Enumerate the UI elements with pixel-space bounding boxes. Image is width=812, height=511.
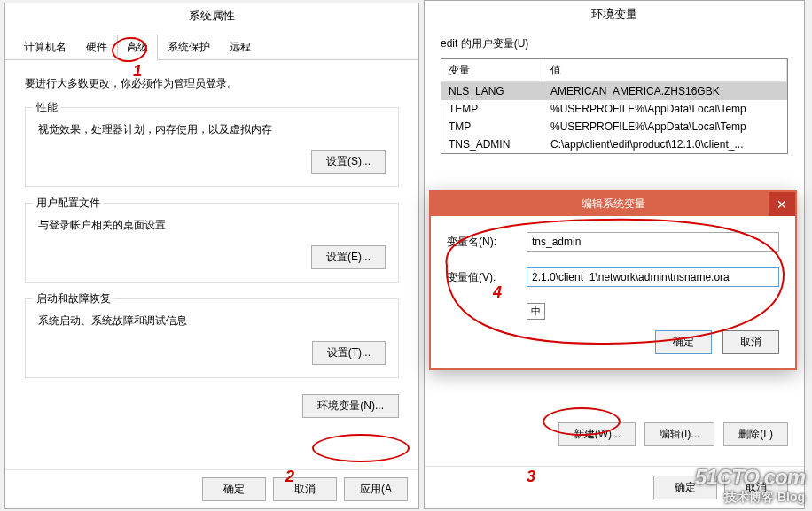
user-profile-group: 用户配置文件 与登录帐户相关的桌面设置 设置(E)... xyxy=(25,203,399,283)
table-header: 变量 值 xyxy=(441,59,787,82)
edit-ok-button[interactable]: 确定 xyxy=(655,330,712,354)
sysprop-footer: 确定 取消 应用(A xyxy=(5,469,418,508)
cell-name: TEMP xyxy=(441,100,543,118)
new-button[interactable]: 新建(W)... xyxy=(558,422,636,446)
admin-note: 要进行大多数更改，你必须作为管理员登录。 xyxy=(25,76,399,91)
edit-system-variable-dialog: 编辑系统变量 ✕ 变量名(N): 变量值(V): 中 确定 取消 xyxy=(429,190,797,370)
cell-name: TNS_ADMIN xyxy=(441,135,543,153)
edit-button[interactable]: 编辑(I)... xyxy=(644,422,714,446)
user-vars-label: edit 的用户变量(U) xyxy=(425,26,804,58)
userprof-settings-button[interactable]: 设置(E)... xyxy=(311,245,386,269)
perf-settings-button[interactable]: 设置(S)... xyxy=(311,150,386,174)
edit-footer: 确定 取消 xyxy=(431,330,795,368)
performance-group: 性能 视觉效果，处理器计划，内存使用，以及虚拟内存 设置(S)... xyxy=(25,107,399,187)
sysprop-apply-button[interactable]: 应用(A xyxy=(344,477,408,501)
tab-hardware[interactable]: 硬件 xyxy=(76,35,117,59)
header-value: 值 xyxy=(543,59,787,81)
userprof-title: 用户配置文件 xyxy=(33,196,104,211)
tab-advanced[interactable]: 高级 xyxy=(117,35,158,60)
sysprop-title: 系统属性 xyxy=(5,3,418,27)
sysprop-ok-button[interactable]: 确定 xyxy=(202,477,266,501)
cell-value: %USERPROFILE%\AppData\Local\Temp xyxy=(543,100,787,118)
env-variables-button[interactable]: 环境变量(N)... xyxy=(302,394,399,418)
var-value-label: 变量值(V): xyxy=(447,270,527,285)
table-row[interactable]: TEMP%USERPROFILE%\AppData\Local\Temp xyxy=(441,100,787,118)
startup-title: 启动和故障恢复 xyxy=(33,291,114,306)
perf-desc: 视觉效果，处理器计划，内存使用，以及虚拟内存 xyxy=(38,122,386,137)
edit-modal-title: 编辑系统变量 xyxy=(582,197,645,212)
envvar-title: 环境变量 xyxy=(425,1,804,26)
close-icon[interactable]: ✕ xyxy=(769,192,795,216)
user-var-rows: NLS_LANGAMERICAN_AMERICA.ZHS16GBKTEMP%US… xyxy=(441,82,787,153)
var-name-input[interactable] xyxy=(527,232,779,252)
cell-value: AMERICAN_AMERICA.ZHS16GBK xyxy=(543,82,787,100)
tab-computer-name[interactable]: 计算机名 xyxy=(14,35,76,59)
watermark: 51CTO.com 技术博客 Blog xyxy=(695,465,805,506)
sysprop-cancel-button[interactable]: 取消 xyxy=(273,477,337,501)
startup-settings-button[interactable]: 设置(T)... xyxy=(312,341,386,365)
sysvar-actions: 新建(W)... 编辑(I)... 删除(L) xyxy=(425,414,804,455)
system-properties-dialog: 系统属性 计算机名 硬件 高级 系统保护 远程 要进行大多数更改，你必须作为管理… xyxy=(4,3,419,509)
header-name: 变量 xyxy=(441,59,543,81)
tab-system-protection[interactable]: 系统保护 xyxy=(158,35,220,59)
var-name-label: 变量名(N): xyxy=(447,235,527,250)
cell-name: TMP xyxy=(441,118,543,135)
cell-value: %USERPROFILE%\AppData\Local\Temp xyxy=(543,118,787,135)
table-row[interactable]: TNS_ADMINC:\app\client\edit\product\12.1… xyxy=(441,135,787,153)
perf-title: 性能 xyxy=(33,100,61,115)
cell-name: NLS_LANG xyxy=(441,82,543,100)
edit-cancel-button[interactable]: 取消 xyxy=(722,330,779,354)
edit-body: 变量名(N): 变量值(V): 中 xyxy=(431,216,795,330)
watermark-line2: 技术博客 Blog xyxy=(695,490,805,506)
startup-desc: 系统启动、系统故障和调试信息 xyxy=(38,314,386,329)
tab-remote[interactable]: 远程 xyxy=(220,35,261,59)
edit-modal-titlebar[interactable]: 编辑系统变量 ✕ xyxy=(431,192,795,216)
cell-value: C:\app\client\edit\product\12.1.0\client… xyxy=(543,135,787,153)
table-row[interactable]: TMP%USERPROFILE%\AppData\Local\Temp xyxy=(441,118,787,135)
table-row[interactable]: NLS_LANGAMERICAN_AMERICA.ZHS16GBK xyxy=(441,82,787,100)
userprof-desc: 与登录帐户相关的桌面设置 xyxy=(38,218,386,233)
watermark-line1: 51CTO.com xyxy=(695,465,805,490)
user-vars-table[interactable]: 变量 值 NLS_LANGAMERICAN_AMERICA.ZHS16GBKTE… xyxy=(441,58,788,154)
sysprop-tabs: 计算机名 硬件 高级 系统保护 远程 xyxy=(5,35,418,60)
tab-content: 要进行大多数更改，你必须作为管理员登录。 性能 视觉效果，处理器计划，内存使用，… xyxy=(5,60,418,434)
startup-group: 启动和故障恢复 系统启动、系统故障和调试信息 设置(T)... xyxy=(25,298,399,378)
ime-indicator: 中 xyxy=(527,303,545,320)
delete-button[interactable]: 删除(L) xyxy=(723,422,788,446)
var-value-input[interactable] xyxy=(527,267,779,287)
